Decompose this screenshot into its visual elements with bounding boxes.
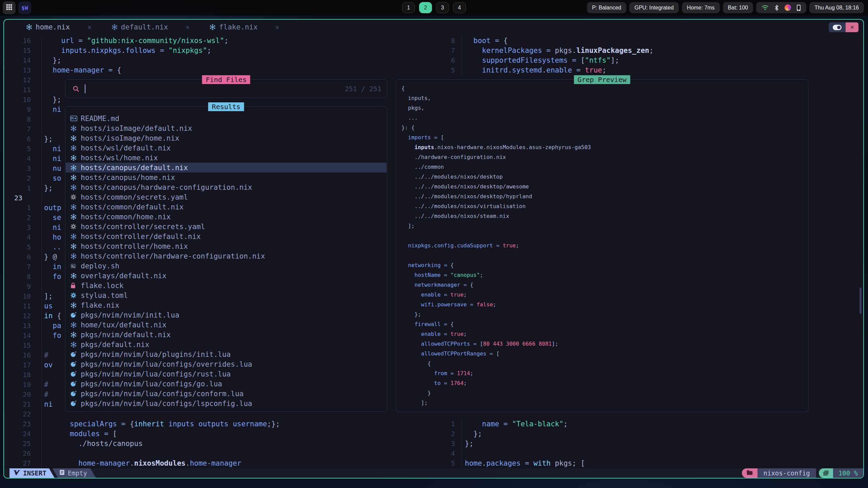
- result-path: hosts/controller/default.nix: [81, 232, 201, 241]
- statusline-left: INSERT Empty: [4, 468, 96, 478]
- result-path: hosts/isoImage/home.nix: [81, 134, 179, 142]
- wifi-icon: [762, 5, 769, 11]
- tab-close-icon[interactable]: ×: [87, 23, 91, 31]
- system-tray[interactable]: [756, 2, 806, 13]
- code-line: 2 };: [448, 429, 585, 439]
- phone-icon: [796, 4, 801, 11]
- line-number: 6: [14, 135, 31, 143]
- right-editor-pane-bottom[interactable]: 1 name = "Tela-black";2 };3};45home.pack…: [448, 419, 585, 468]
- result-item[interactable]: flake.nix: [66, 300, 387, 310]
- line-number: 17: [14, 361, 31, 369]
- workspace-3[interactable]: 3: [436, 2, 449, 13]
- result-item[interactable]: hosts/controller/home.nix: [66, 241, 387, 251]
- result-item[interactable]: stylua.toml: [66, 290, 387, 300]
- result-item[interactable]: flake.lock: [66, 281, 387, 290]
- code-line: 16 url = "github:nix-community/nixos-wsl…: [14, 36, 280, 45]
- preview-code: { inputs, pkgs, ...}: { imports = [ inpu…: [401, 83, 805, 408]
- line-number: 15: [14, 341, 31, 349]
- tab-close-icon[interactable]: ×: [186, 23, 190, 31]
- result-item[interactable]: pkgs/nvim/nvim/lua/configs/conform.lua: [66, 389, 387, 399]
- gearblue-file-icon: [70, 292, 81, 299]
- nix-icon: [209, 24, 216, 30]
- preview-line: ../../modules/nixos/desktop/awesome: [401, 182, 805, 191]
- result-item[interactable]: hosts/wsl/default.nix: [66, 143, 387, 153]
- result-path: hosts/common/secrets.yaml: [81, 193, 188, 201]
- app-launcher-button[interactable]: [3, 1, 16, 14]
- result-item[interactable]: hosts/common/home.nix: [66, 212, 387, 222]
- status-pill[interactable]: Bat: 100: [723, 2, 753, 13]
- nix-file-icon: [70, 341, 81, 348]
- result-item[interactable]: hosts/controller/hardware-configuration.…: [66, 251, 387, 261]
- line-number: 7: [448, 46, 455, 55]
- result-item[interactable]: pkgs/nvim/default.nix: [66, 330, 387, 340]
- tab-label: flake.nix: [219, 23, 258, 31]
- status-pill[interactable]: GPU: Integrated: [629, 2, 679, 13]
- code-line: 14 };: [14, 55, 280, 65]
- result-item[interactable]: pkgs/nvim/nvim/lua/configs/rust.lua: [66, 369, 387, 379]
- result-path: pkgs/nvim/default.nix: [81, 331, 171, 339]
- tab-home.nix[interactable]: home.nix×: [26, 23, 92, 31]
- result-item[interactable]: hosts/wsl/home.nix: [66, 153, 387, 163]
- preview-line: }: [401, 388, 805, 398]
- line-number: 21: [14, 400, 31, 408]
- result-item[interactable]: pkgs/nvim/nvim/lua/configs/go.lua: [66, 379, 387, 389]
- line-number: 24: [14, 430, 31, 438]
- result-item[interactable]: README.md: [66, 114, 387, 123]
- result-item[interactable]: hosts/isoImage/default.nix: [66, 123, 387, 133]
- right-editor-pane-top[interactable]: 8 boot = {7 kernelPackages = pkgs.linuxP…: [448, 36, 653, 75]
- line-number: 7: [14, 125, 31, 133]
- workspace-2[interactable]: 2: [419, 2, 432, 13]
- scrollbar-thumb[interactable]: [860, 287, 862, 314]
- line-number: 3: [14, 223, 31, 231]
- result-item[interactable]: hosts/canopus/home.nix: [66, 172, 387, 182]
- result-path: pkgs/nvim/nvim/lua/plugins/init.lua: [81, 350, 231, 359]
- result-item[interactable]: pkgs/nvim/nvim/init.lua: [66, 310, 387, 320]
- tab-close-icon[interactable]: ×: [275, 23, 279, 31]
- line-number: 3: [448, 440, 455, 448]
- result-item[interactable]: home/tux/default.nix: [66, 320, 387, 330]
- line-number: 15: [14, 46, 31, 55]
- result-item[interactable]: hosts/common/secrets.yaml: [66, 192, 387, 202]
- tab-flake.nix[interactable]: flake.nix×: [209, 23, 279, 31]
- line-number: 1: [14, 204, 31, 212]
- result-item[interactable]: overlays/default.nix: [66, 271, 387, 281]
- line-number: 1: [14, 184, 31, 192]
- result-item[interactable]: hosts/controller/secrets.yaml: [66, 222, 387, 231]
- workspace-4[interactable]: 4: [453, 2, 466, 13]
- result-item[interactable]: pkgs/nvim/nvim/lua/plugins/init.lua: [66, 349, 387, 359]
- result-path: hosts/common/home.nix: [81, 213, 171, 221]
- lock-file-icon: [70, 282, 81, 289]
- tab-label: default.nix: [121, 23, 168, 31]
- preview-line: pkgs,: [401, 103, 805, 113]
- result-item[interactable]: pkgs/nvim/nvim/lua/configs/lspconfig.lua: [66, 399, 387, 408]
- result-path: pkgs/nvim/nvim/lua/configs/overrides.lua: [81, 360, 252, 368]
- line-number: 6: [14, 253, 31, 261]
- code-line: 1 name = "Tela-black";: [448, 419, 585, 429]
- workspace-1[interactable]: 1: [402, 2, 415, 13]
- clock-pill[interactable]: Thu Aug 08, 18:16: [809, 2, 864, 13]
- nix-file-icon: [70, 272, 81, 279]
- close-window-button[interactable]: ×: [846, 22, 859, 32]
- preview-line: wifi.powersave = false;: [401, 300, 805, 309]
- result-count: 251 / 251: [345, 85, 381, 93]
- nix-file-icon: [70, 155, 81, 161]
- result-item[interactable]: pkgs/nvim/nvim/lua/configs/overrides.lua: [66, 359, 387, 369]
- line-number: 23: [14, 420, 31, 428]
- result-item[interactable]: hosts/canopus/default.nix: [66, 163, 387, 172]
- line-number: 23: [14, 194, 31, 202]
- result-item[interactable]: hosts/common/default.nix: [66, 202, 387, 212]
- preview-title: Grep Preview: [574, 75, 630, 84]
- status-pill[interactable]: Home: 7ms: [682, 2, 720, 13]
- toggle-button[interactable]: [829, 22, 846, 32]
- result-item[interactable]: deploy.sh: [66, 261, 387, 271]
- status-pill[interactable]: P: Balanced: [587, 2, 626, 13]
- result-item[interactable]: hosts/canopus/hardware-configuration.nix: [66, 182, 387, 192]
- line-number: 5: [14, 243, 31, 251]
- tab-default.nix[interactable]: default.nix×: [111, 23, 190, 31]
- workspace-switcher-button[interactable]: $W: [18, 1, 31, 14]
- result-item[interactable]: pkgs/default.nix: [66, 340, 387, 349]
- workspace-pager: 1234: [402, 2, 466, 13]
- result-path: stylua.toml: [81, 291, 128, 300]
- result-item[interactable]: hosts/controller/default.nix: [66, 231, 387, 241]
- result-item[interactable]: hosts/isoImage/home.nix: [66, 133, 387, 143]
